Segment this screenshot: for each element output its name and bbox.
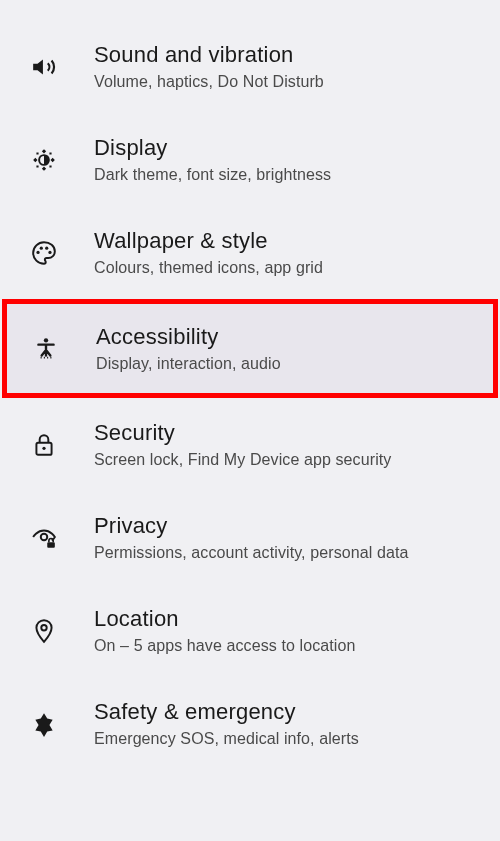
settings-item-subtitle: On – 5 apps have access to location bbox=[94, 637, 355, 655]
settings-item-subtitle: Colours, themed icons, app grid bbox=[94, 259, 323, 277]
settings-item-wallpaper[interactable]: Wallpaper & style Colours, themed icons,… bbox=[0, 206, 500, 299]
svg-point-8 bbox=[41, 533, 48, 540]
settings-item-title: Privacy bbox=[94, 513, 408, 539]
svg-rect-9 bbox=[47, 542, 55, 547]
settings-item-title: Sound and vibration bbox=[94, 42, 324, 68]
svg-point-1 bbox=[36, 250, 39, 253]
settings-item-text: Accessibility Display, interaction, audi… bbox=[96, 324, 281, 373]
settings-item-text: Safety & emergency Emergency SOS, medica… bbox=[94, 699, 359, 748]
brightness-icon bbox=[30, 146, 58, 174]
settings-item-security[interactable]: Security Screen lock, Find My Device app… bbox=[0, 398, 500, 491]
settings-item-subtitle: Permissions, account activity, personal … bbox=[94, 544, 408, 562]
settings-item-sound[interactable]: Sound and vibration Volume, haptics, Do … bbox=[0, 20, 500, 113]
pin-icon bbox=[30, 617, 58, 645]
accessibility-icon bbox=[32, 335, 60, 363]
settings-item-title: Location bbox=[94, 606, 355, 632]
settings-item-privacy[interactable]: Privacy Permissions, account activity, p… bbox=[0, 491, 500, 584]
medical-icon bbox=[30, 710, 58, 738]
settings-item-text: Display Dark theme, font size, brightnes… bbox=[94, 135, 331, 184]
svg-point-5 bbox=[44, 338, 48, 342]
svg-point-7 bbox=[42, 446, 45, 449]
settings-item-title: Safety & emergency bbox=[94, 699, 359, 725]
settings-item-text: Location On – 5 apps have access to loca… bbox=[94, 606, 355, 655]
settings-item-text: Sound and vibration Volume, haptics, Do … bbox=[94, 42, 324, 91]
settings-item-subtitle: Screen lock, Find My Device app security bbox=[94, 451, 391, 469]
lock-icon bbox=[30, 431, 58, 459]
volume-icon bbox=[30, 53, 58, 81]
settings-item-title: Security bbox=[94, 420, 391, 446]
settings-item-text: Security Screen lock, Find My Device app… bbox=[94, 420, 391, 469]
settings-item-text: Wallpaper & style Colours, themed icons,… bbox=[94, 228, 323, 277]
settings-item-location[interactable]: Location On – 5 apps have access to loca… bbox=[0, 584, 500, 677]
svg-point-3 bbox=[45, 246, 48, 249]
settings-item-subtitle: Volume, haptics, Do Not Disturb bbox=[94, 73, 324, 91]
svg-point-10 bbox=[41, 625, 46, 630]
settings-item-accessibility[interactable]: Accessibility Display, interaction, audi… bbox=[2, 299, 498, 398]
settings-item-text: Privacy Permissions, account activity, p… bbox=[94, 513, 408, 562]
settings-item-title: Accessibility bbox=[96, 324, 281, 350]
eye-lock-icon bbox=[30, 524, 58, 552]
svg-point-2 bbox=[40, 246, 43, 249]
settings-item-subtitle: Emergency SOS, medical info, alerts bbox=[94, 730, 359, 748]
settings-list: Sound and vibration Volume, haptics, Do … bbox=[0, 0, 500, 770]
settings-item-title: Wallpaper & style bbox=[94, 228, 323, 254]
settings-item-subtitle: Display, interaction, audio bbox=[96, 355, 281, 373]
svg-point-4 bbox=[48, 250, 51, 253]
palette-icon bbox=[30, 239, 58, 267]
settings-item-safety[interactable]: Safety & emergency Emergency SOS, medica… bbox=[0, 677, 500, 770]
settings-item-subtitle: Dark theme, font size, brightness bbox=[94, 166, 331, 184]
settings-item-display[interactable]: Display Dark theme, font size, brightnes… bbox=[0, 113, 500, 206]
settings-item-title: Display bbox=[94, 135, 331, 161]
